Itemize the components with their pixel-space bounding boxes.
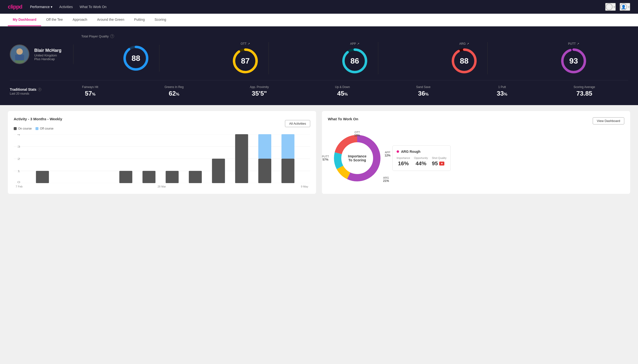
svg-point-12 — [342, 60, 345, 62]
bottom-section: Activity - 3 Months - Weekly On course O… — [0, 105, 638, 200]
svg-point-6 — [123, 57, 126, 60]
chart-legend: On course Off course — [14, 127, 62, 130]
svg-rect-38 — [282, 159, 295, 183]
tab-my-dashboard[interactable]: My Dashboard — [8, 14, 41, 26]
info-card: ARG Rough Importance 16% Opportunity 44%… — [392, 146, 451, 171]
svg-rect-3 — [15, 55, 24, 60]
brand-logo[interactable]: clippd — [8, 4, 22, 10]
info-metrics: Importance 16% Opportunity 44% Shot Qual… — [397, 156, 447, 167]
trad-stats-subtitle: Last 20 rounds — [10, 92, 49, 95]
quality-app: APP ↗ 86 — [331, 42, 378, 74]
quality-value-ott: 87 — [241, 56, 250, 66]
importance-value: 16% — [397, 160, 410, 167]
quality-label-putt: PUTT ↗ — [568, 42, 579, 46]
quality-circle-app: 86 — [341, 48, 368, 74]
svg-text:0: 0 — [17, 181, 20, 183]
tab-scoring[interactable]: Scoring — [150, 14, 171, 26]
stat-greens-in-reg: Greens In Reg 62% — [164, 85, 184, 97]
svg-rect-31 — [142, 171, 155, 183]
nav-what-to-work-on[interactable]: What To Work On — [80, 5, 106, 9]
svg-text:3: 3 — [17, 145, 20, 148]
svg-point-18 — [561, 60, 564, 62]
x-labels: 7 Feb 28 Mar 9 May — [14, 185, 310, 188]
bar-chart-area: 4 3 2 1 0 — [14, 134, 310, 188]
donut-chart: Importance To Scoring OTT 10% APP 12% AR… — [328, 129, 386, 188]
svg-point-1 — [17, 48, 23, 55]
add-button[interactable]: + ▾ — [605, 3, 616, 11]
quality-value-app: 86 — [350, 56, 359, 66]
player-handicap: Plus Handicap — [34, 57, 62, 61]
stat-1-putt: 1 Putt 33% — [497, 85, 507, 97]
svg-rect-34 — [212, 159, 225, 183]
quality-ott: OTT ↗ 87 — [222, 42, 269, 74]
donut-label-putt: PUTT 57% — [322, 155, 329, 161]
svg-rect-39 — [282, 134, 295, 159]
quality-circle-ott: 87 — [232, 48, 259, 74]
user-menu-button[interactable]: 👤 ▾ — [620, 3, 630, 11]
tab-approach[interactable]: Approach — [68, 14, 92, 26]
donut-label-arg: ARG 21% — [383, 176, 389, 182]
nav-right: + ▾ 👤 ▾ — [605, 3, 630, 11]
bar-chart-svg: 4 3 2 1 0 — [14, 134, 310, 183]
metric-importance: Importance 16% — [397, 156, 410, 167]
hero-section: Blair McHarg United Kingdom Plus Handica… — [0, 26, 638, 105]
donut-center: Importance To Scoring — [348, 154, 366, 162]
top-navigation: clippd Performance ▾ Activities What To … — [0, 0, 638, 14]
quality-total: 88 — [113, 45, 159, 72]
tab-bar: My Dashboard Off the Tee Approach Around… — [0, 14, 638, 26]
nav-performance[interactable]: Performance ▾ — [30, 5, 52, 9]
trad-help-icon[interactable]: ? — [38, 88, 41, 91]
trad-stats-label: Traditional Stats ? Last 20 rounds — [10, 88, 49, 95]
quality-section: Total Player Quality ? 88 — [73, 34, 628, 74]
svg-text:2: 2 — [17, 158, 20, 160]
quality-circle-total: 88 — [122, 45, 149, 72]
donut-section: Importance To Scoring OTT 10% APP 12% AR… — [328, 129, 624, 188]
legend-off-course: Off course — [36, 127, 53, 130]
svg-rect-37 — [258, 134, 271, 159]
quality-circle-arg: 88 — [451, 48, 478, 74]
view-dashboard-button[interactable]: View Dashboard — [593, 117, 624, 124]
info-dot — [397, 150, 399, 153]
quality-label-arg: ARG ↗ — [459, 42, 469, 46]
player-name: Blair McHarg — [34, 48, 62, 53]
activity-chart-header: Activity - 3 Months - Weekly On course O… — [14, 117, 310, 130]
svg-text:4: 4 — [17, 134, 20, 136]
stat-app-proximity: App. Proximity 35'5" — [250, 85, 269, 97]
activity-chart-title: Activity - 3 Months - Weekly — [14, 117, 62, 121]
quality-help-icon[interactable]: ? — [110, 34, 114, 38]
what-to-work-on-card: What To Work On View Dashboard Imp — [322, 111, 630, 194]
svg-rect-35 — [235, 134, 248, 183]
all-activities-button[interactable]: All Activities — [285, 120, 310, 127]
svg-rect-30 — [119, 171, 132, 183]
donut-label-app: APP 12% — [385, 151, 390, 157]
quality-value-total: 88 — [131, 54, 140, 63]
nav-activities[interactable]: Activities — [59, 5, 73, 9]
tab-off-the-tee[interactable]: Off the Tee — [41, 14, 68, 26]
shot-quality-value: 95 ▼ — [432, 160, 447, 167]
svg-rect-32 — [166, 171, 179, 183]
metric-opportunity: Opportunity 44% — [414, 156, 428, 167]
player-country: United Kingdom — [34, 54, 62, 57]
shot-quality-badge: ▼ — [439, 162, 444, 166]
svg-rect-36 — [258, 159, 271, 183]
stat-scoring-average: Scoring Average 73.85 — [574, 85, 595, 97]
stat-fairways-hit: Fairways Hit 57% — [82, 85, 98, 97]
quality-putt: PUTT ↗ 93 — [550, 42, 597, 74]
svg-rect-29 — [36, 171, 49, 183]
tab-around-the-green[interactable]: Around the Green — [92, 14, 129, 26]
trad-stats-items: Fairways Hit 57% Greens In Reg 62% App. … — [49, 85, 628, 97]
stat-up-down: Up & Down 45% — [335, 85, 350, 97]
nav-links: Performance ▾ Activities What To Work On — [30, 5, 597, 9]
donut-label-ott: OTT 10% — [354, 131, 360, 137]
svg-point-9 — [233, 60, 235, 62]
what-to-work-on-title: What To Work On — [328, 117, 358, 121]
traditional-stats: Traditional Stats ? Last 20 rounds Fairw… — [10, 80, 628, 97]
hero-top: Blair McHarg United Kingdom Plus Handica… — [10, 34, 628, 74]
quality-circles: 88 OTT ↗ 87 — [81, 42, 628, 74]
quality-circle-putt: 93 — [560, 48, 587, 74]
opportunity-value: 44% — [414, 160, 428, 167]
stat-sand-save: Sand Save 36% — [416, 85, 431, 97]
player-info: Blair McHarg United Kingdom Plus Handica… — [10, 44, 73, 64]
legend-on-course: On course — [14, 127, 32, 130]
tab-putting[interactable]: Putting — [129, 14, 150, 26]
